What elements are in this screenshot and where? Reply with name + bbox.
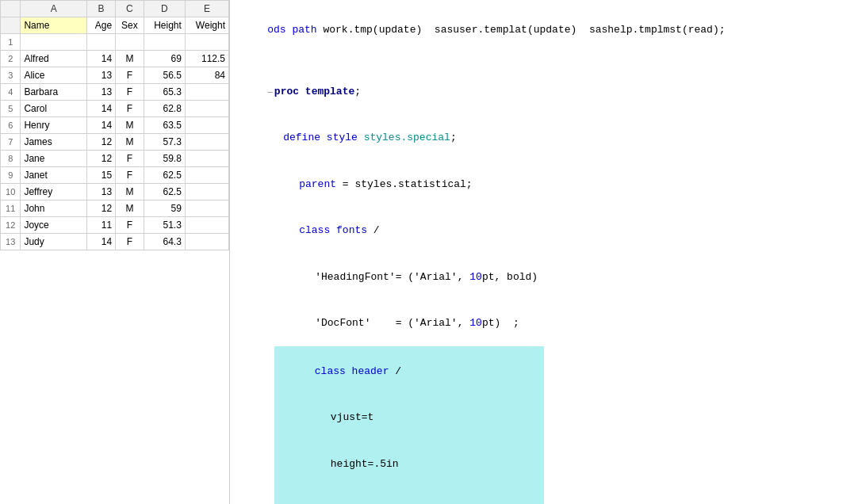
cell-a10[interactable]: Jeffrey bbox=[21, 184, 87, 200]
cell-a5[interactable]: Carol bbox=[21, 101, 87, 117]
code-line-headingfont: 'HeadingFont'= ('Arial', 10pt, bold) bbox=[290, 254, 845, 300]
row-num-9: 9 bbox=[1, 167, 21, 184]
cell-e4[interactable] bbox=[185, 84, 228, 101]
cell-d13[interactable]: 64.3 bbox=[144, 234, 185, 250]
code-ods-keyword: ods path bbox=[267, 24, 316, 36]
cell-e1[interactable] bbox=[185, 34, 228, 51]
cell-c11[interactable]: M bbox=[116, 200, 144, 217]
cell-c1[interactable] bbox=[116, 34, 144, 51]
cell-a7[interactable]: James bbox=[21, 134, 87, 151]
cell-b8[interactable]: 12 bbox=[86, 151, 115, 167]
code-parent-eq: = styles.statistical; bbox=[336, 178, 473, 190]
cell-b12[interactable]: 11 bbox=[86, 217, 115, 234]
cell-c9[interactable]: F bbox=[116, 167, 144, 184]
cell-b11[interactable]: 12 bbox=[86, 200, 115, 217]
code-headingfont2: pt, bold) bbox=[482, 271, 538, 283]
cell-b2[interactable]: 14 bbox=[86, 51, 115, 67]
cell-d11[interactable]: 59 bbox=[144, 200, 185, 217]
cell-b5[interactable]: 14 bbox=[86, 101, 115, 117]
cell-d9[interactable]: 62.5 bbox=[144, 167, 185, 184]
cell-e7[interactable] bbox=[185, 134, 228, 151]
cell-e8[interactable] bbox=[185, 151, 228, 167]
cell-e2[interactable]: 112.5 bbox=[185, 51, 228, 67]
table-row: 11 John 12 M 59 bbox=[1, 200, 229, 217]
cell-b10[interactable]: 13 bbox=[86, 184, 115, 200]
corner-cell bbox=[1, 1, 21, 17]
cell-b9[interactable]: 15 bbox=[86, 167, 115, 184]
cell-d10[interactable]: 62.5 bbox=[144, 184, 185, 200]
cell-e5[interactable] bbox=[185, 101, 228, 117]
cell-e3[interactable]: 84 bbox=[185, 67, 228, 84]
row-num-5: 5 bbox=[1, 101, 21, 117]
code-line-background: background=lightyellow; bbox=[293, 487, 541, 505]
cell-d12[interactable]: 51.3 bbox=[144, 217, 185, 234]
table-row: 6 Henry 14 M 63.5 bbox=[1, 117, 229, 134]
cell-a3[interactable]: Alice bbox=[21, 67, 87, 84]
cell-a9[interactable]: Janet bbox=[21, 167, 87, 184]
row-num-13: 13 bbox=[1, 234, 21, 250]
age-header-cell[interactable]: Age bbox=[86, 17, 115, 34]
cell-e10[interactable] bbox=[185, 184, 228, 200]
col-name-row: Name Age Sex Height Weight bbox=[1, 17, 229, 34]
col-d-header[interactable]: D bbox=[144, 1, 185, 17]
cell-c7[interactable]: M bbox=[116, 134, 144, 151]
code-class-header-slash: / bbox=[389, 365, 401, 377]
code-panel[interactable]: ods path work.tmp(update) sasuser.templa… bbox=[230, 0, 858, 504]
cell-d4[interactable]: 65.3 bbox=[144, 84, 185, 101]
cell-c4[interactable]: F bbox=[116, 84, 144, 101]
cell-a6[interactable]: Henry bbox=[21, 117, 87, 134]
sex-header-cell[interactable]: Sex bbox=[116, 17, 144, 34]
cell-e12[interactable] bbox=[185, 217, 228, 234]
cell-a8[interactable]: Jane bbox=[21, 151, 87, 167]
cell-d7[interactable]: 57.3 bbox=[144, 134, 185, 151]
cell-a2[interactable]: Alfred bbox=[21, 51, 87, 67]
cell-b4[interactable]: 13 bbox=[86, 84, 115, 101]
collapse-icon[interactable]: — bbox=[267, 87, 273, 97]
cell-d8[interactable]: 59.8 bbox=[144, 151, 185, 167]
cell-a12[interactable]: Joyce bbox=[21, 217, 87, 234]
cell-c8[interactable]: F bbox=[116, 151, 144, 167]
name-header-cell[interactable]: Name bbox=[21, 17, 87, 34]
cell-a11[interactable]: John bbox=[21, 200, 87, 217]
height-header-cell[interactable]: Height bbox=[144, 17, 185, 34]
cell-d5[interactable]: 62.8 bbox=[144, 101, 185, 117]
cell-e11[interactable] bbox=[185, 200, 228, 217]
cell-d2[interactable]: 69 bbox=[144, 51, 185, 67]
header-row-num bbox=[1, 17, 21, 34]
col-a-header[interactable]: A bbox=[21, 1, 87, 17]
code-define-text bbox=[358, 132, 364, 143]
table-row: 2 Alfred 14 M 69 112.5 bbox=[1, 51, 229, 67]
col-e-header[interactable]: E bbox=[185, 1, 228, 17]
code-height-val: height=.5in bbox=[331, 458, 399, 470]
code-proc-keyword: proc template bbox=[274, 86, 354, 97]
cell-b3[interactable]: 13 bbox=[86, 67, 115, 84]
col-c-header[interactable]: C bbox=[116, 1, 144, 17]
cell-c6[interactable]: M bbox=[116, 117, 144, 134]
cell-c3[interactable]: F bbox=[116, 67, 144, 84]
cell-d3[interactable]: 56.5 bbox=[144, 67, 185, 84]
cell-c5[interactable]: F bbox=[116, 101, 144, 117]
cell-d1[interactable] bbox=[144, 34, 185, 51]
cell-b6[interactable]: 14 bbox=[86, 117, 115, 134]
cell-a1[interactable] bbox=[21, 34, 87, 51]
highlight-block: class header / vjust=t height=.5in backg… bbox=[274, 346, 544, 504]
col-b-header[interactable]: B bbox=[86, 1, 115, 17]
cell-c13[interactable]: F bbox=[116, 234, 144, 250]
cell-c12[interactable]: F bbox=[116, 217, 144, 234]
cell-b13[interactable]: 14 bbox=[86, 234, 115, 250]
cell-e6[interactable] bbox=[185, 117, 228, 134]
table-row: 4 Barbara 13 F 65.3 bbox=[1, 84, 229, 101]
cell-c10[interactable]: M bbox=[116, 184, 144, 200]
cell-c2[interactable]: M bbox=[116, 51, 144, 67]
cell-b7[interactable]: 12 bbox=[86, 134, 115, 151]
cell-e9[interactable] bbox=[185, 167, 228, 184]
code-10pt-kw: 10 bbox=[469, 271, 482, 283]
code-class-slash: / bbox=[367, 224, 380, 236]
cell-d6[interactable]: 63.5 bbox=[144, 117, 185, 134]
cell-a13[interactable]: Judy bbox=[21, 234, 87, 250]
weight-header-cell[interactable]: Weight bbox=[185, 17, 228, 34]
cell-e13[interactable] bbox=[185, 234, 228, 250]
cell-b1[interactable] bbox=[86, 34, 115, 51]
cell-a4[interactable]: Barbara bbox=[21, 84, 87, 101]
code-line-vjust: vjust=t bbox=[293, 395, 541, 441]
